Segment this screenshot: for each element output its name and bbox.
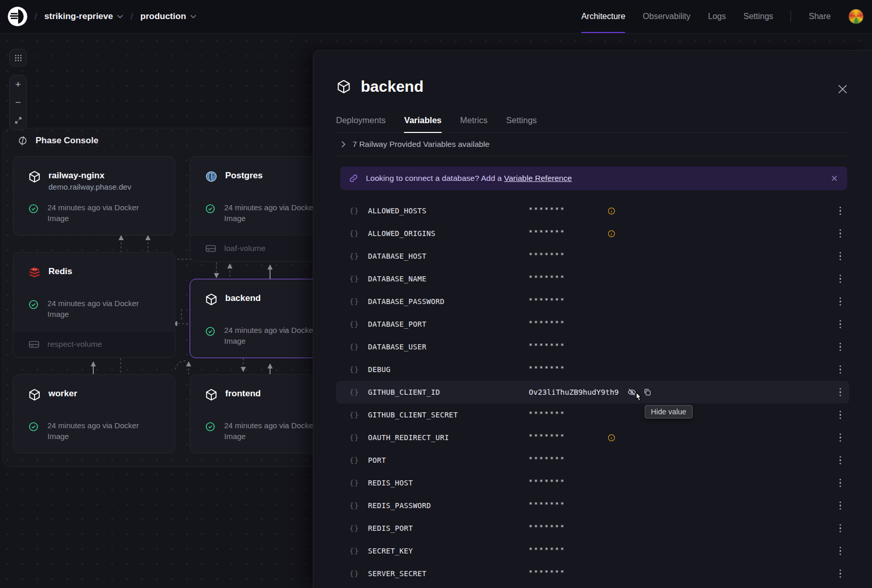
- fit-view-button[interactable]: [10, 111, 26, 129]
- check-circle-icon: [205, 203, 216, 214]
- divider: [336, 156, 849, 156]
- share-button[interactable]: Share: [809, 0, 831, 33]
- variable-menu-button[interactable]: [837, 250, 844, 263]
- variable-value: *******: [529, 433, 601, 440]
- variable-menu-button[interactable]: [837, 545, 844, 558]
- zoom-in-button[interactable]: +: [10, 75, 26, 93]
- variable-menu-button[interactable]: [837, 477, 844, 490]
- variable-row[interactable]: {} DATABASE_HOST *******: [336, 245, 849, 267]
- service-panel: backend Deployments Variables Metrics Se…: [313, 50, 872, 588]
- grid-icon: [14, 54, 23, 62]
- canvas-grid-button[interactable]: [9, 49, 27, 66]
- variable-row[interactable]: {} DATABASE_PASSWORD *******: [336, 290, 849, 313]
- variable-row[interactable]: {} ALLOWED_ORIGINS *******: [336, 222, 849, 245]
- service-card-redis[interactable]: Redis 24 minutes ago via Docker Image re…: [13, 252, 175, 358]
- mouse-cursor: [631, 391, 645, 404]
- variable-row[interactable]: {} DEBUG *******: [336, 358, 849, 381]
- variable-name: REDIS_PASSWORD: [368, 501, 523, 510]
- variable-menu-button[interactable]: [837, 363, 844, 376]
- nav-item-settings[interactable]: Settings: [743, 0, 773, 33]
- cube-icon: [205, 388, 218, 401]
- braces-icon: {}: [349, 388, 362, 396]
- variable-value: *******: [529, 569, 601, 576]
- variable-value-cell: *******: [529, 525, 827, 532]
- variable-value-cell: *******: [529, 502, 827, 509]
- variable-reference-link[interactable]: Variable Reference: [504, 174, 572, 182]
- warning-icon: [607, 433, 616, 442]
- panel-title: backend: [361, 78, 424, 95]
- variable-row[interactable]: {} GITHUB_CLIENT_SECRET *******: [336, 404, 849, 426]
- tab-metrics[interactable]: Metrics: [460, 115, 488, 125]
- variable-menu-button[interactable]: [837, 499, 844, 512]
- variable-value: *******: [529, 410, 601, 417]
- variable-row[interactable]: {} ALLOWED_HOSTS *******: [336, 199, 849, 222]
- variable-name: ALLOWED_HOSTS: [368, 207, 523, 215]
- nav-item-architecture[interactable]: Architecture: [581, 0, 625, 33]
- panel-tabs: Deployments Variables Metrics Settings: [336, 115, 849, 133]
- variable-row[interactable]: {} REDIS_PASSWORD *******: [336, 494, 849, 517]
- variable-menu-button[interactable]: [837, 273, 844, 285]
- service-name: railway-nginx: [48, 170, 131, 181]
- nav-menu: Architecture Observability Logs Settings…: [581, 0, 872, 33]
- variable-value-cell: *******: [529, 321, 827, 328]
- variable-value-cell: *******: [529, 570, 827, 577]
- variable-row[interactable]: {} SERVER_SECRET *******: [336, 562, 849, 585]
- variable-menu-button[interactable]: [837, 341, 844, 354]
- variable-menu-button[interactable]: [837, 454, 844, 467]
- tab-settings[interactable]: Settings: [506, 115, 537, 125]
- variable-row[interactable]: {} GITHUB_CLIENT_ID Ov23liThuZB9hudY9th9: [336, 381, 849, 404]
- phase-icon: [17, 135, 28, 146]
- variable-menu-button[interactable]: [837, 386, 844, 399]
- service-card-worker[interactable]: worker 24 minutes ago via Docker Image: [13, 374, 175, 453]
- variable-value-cell: *******: [529, 479, 827, 486]
- variable-row[interactable]: {} REDIS_HOST *******: [336, 472, 849, 494]
- variable-value: *******: [529, 251, 601, 259]
- variable-menu-button[interactable]: [837, 409, 844, 422]
- tab-variables[interactable]: Variables: [404, 115, 441, 125]
- panel-header: backend: [336, 51, 849, 97]
- variable-row[interactable]: {} DATABASE_NAME *******: [336, 267, 849, 290]
- braces-icon: {}: [349, 479, 362, 487]
- variable-value-cell: *******: [529, 298, 827, 305]
- variable-menu-button[interactable]: [837, 567, 844, 580]
- service-card-railway-nginx[interactable]: railway-nginx demo.railway.phase.dev 24 …: [13, 156, 175, 236]
- database-banner: Looking to connect a database? Add a Var…: [340, 166, 847, 190]
- service-domain[interactable]: demo.railway.phase.dev: [48, 182, 131, 191]
- variable-menu-button[interactable]: [837, 205, 844, 217]
- variable-value-cell: *******: [529, 229, 827, 238]
- project-switcher[interactable]: striking-reprieve: [44, 11, 123, 22]
- variable-row[interactable]: {} OAUTH_REDIRECT_URI *******: [336, 426, 849, 449]
- railway-logo-icon[interactable]: [8, 7, 27, 26]
- railway-app: / striking-reprieve / production Archite…: [0, 0, 872, 588]
- nav-item-logs[interactable]: Logs: [708, 0, 726, 33]
- user-avatar[interactable]: [848, 9, 864, 24]
- variable-name: SERVER_SECRET: [368, 569, 523, 578]
- variable-row[interactable]: {} DATABASE_USER *******: [336, 335, 849, 358]
- variable-row[interactable]: {} PORT *******: [336, 449, 849, 472]
- variable-menu-button[interactable]: [837, 318, 844, 331]
- nav-item-observability[interactable]: Observability: [643, 0, 690, 33]
- variable-menu-button[interactable]: [837, 431, 844, 444]
- volume-name: respect-volume: [47, 340, 102, 349]
- top-navbar: / striking-reprieve / production Archite…: [0, 0, 872, 33]
- hide-value-tooltip: Hide value: [645, 405, 693, 418]
- volume-respect-volume[interactable]: respect-volume: [13, 331, 175, 357]
- environment-switcher[interactable]: production: [140, 11, 196, 22]
- tab-deployments[interactable]: Deployments: [336, 115, 385, 125]
- variable-menu-button[interactable]: [837, 227, 844, 240]
- variable-value: *******: [529, 229, 601, 236]
- check-circle-icon: [28, 421, 39, 432]
- variable-menu-button[interactable]: [837, 295, 844, 308]
- banner-close-icon[interactable]: [830, 174, 839, 183]
- railway-provided-variables-toggle[interactable]: 7 Railway Provided Variables available: [336, 133, 849, 156]
- zoom-out-button[interactable]: −: [10, 93, 26, 111]
- close-icon[interactable]: [836, 82, 849, 96]
- variable-row[interactable]: {} REDIS_PORT *******: [336, 517, 849, 540]
- variable-value: *******: [529, 456, 601, 463]
- variable-row[interactable]: {} DATABASE_PORT *******: [336, 313, 849, 335]
- variable-value-cell: *******: [529, 343, 827, 350]
- deploy-status: 24 minutes ago via Docker Image: [47, 298, 158, 320]
- variable-menu-button[interactable]: [837, 522, 844, 535]
- link-icon: [348, 173, 359, 183]
- variable-row[interactable]: {} SECRET_KEY *******: [336, 540, 849, 562]
